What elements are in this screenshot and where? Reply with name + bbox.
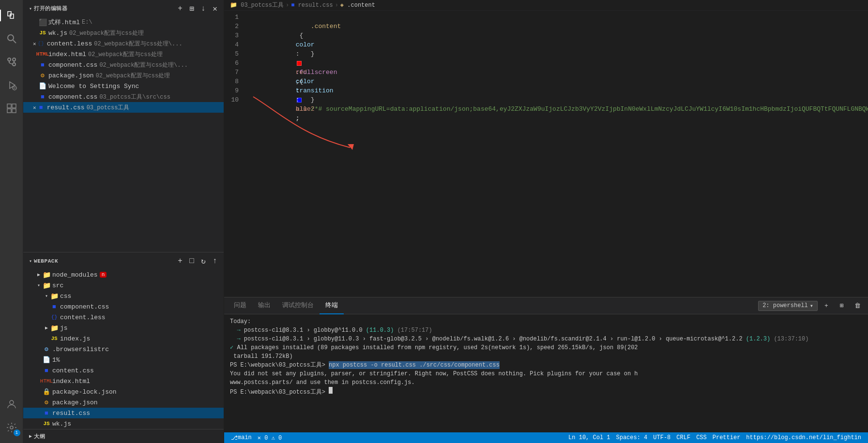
tree-item-package-json[interactable]: ⚙ package.json	[23, 397, 224, 408]
file-label: result.css	[52, 410, 90, 417]
code-line-10[interactable]: /*# sourceMappingURL=data:application/js…	[248, 95, 868, 104]
breadcrumb-selector[interactable]: ◈ .content	[340, 1, 375, 9]
line-num: 3	[224, 31, 244, 40]
settings-icon[interactable]: 1	[0, 416, 23, 439]
status-errors[interactable]: ✕ 0 ⚠ 0	[255, 432, 285, 443]
open-editor-item-active[interactable]: ✕ ■ result.css 03_potcss工具	[23, 102, 224, 113]
new-file-btn[interactable]: +	[175, 4, 185, 14]
tree-item-package-lock[interactable]: 🔒 package-lock.json	[23, 386, 224, 397]
tree-item-1percent[interactable]: 📄 1%	[23, 354, 224, 365]
collapse-webpack-btn[interactable]: ↑	[210, 256, 220, 266]
open-editor-item[interactable]: HTML index.html 02_webpack配置与css处理	[23, 49, 224, 59]
new-folder-webpack-btn[interactable]: □	[187, 256, 197, 266]
spaces-text: Spaces: 4	[616, 434, 648, 441]
file-path: 03_potcss工具\src\css	[99, 93, 170, 101]
svg-line-8	[9, 63, 13, 64]
tree-item-browserslistrc[interactable]: ⚙ .browserslistrc	[23, 344, 224, 354]
code-line-6[interactable]: color : blue ;	[248, 59, 868, 68]
webpack-title: WEBPACK	[34, 258, 58, 264]
open-editor-item[interactable]: JS wk.js 02_webpack配置与css处理	[23, 28, 224, 38]
breadcrumb-file[interactable]: ■ result.css	[291, 2, 333, 9]
open-editor-item[interactable]: 📄 Welcome to Settings Sync	[23, 81, 224, 91]
breadcrumb-folder[interactable]: 📁 03_potcss工具	[230, 1, 284, 9]
code-line-9[interactable]: }	[248, 86, 868, 95]
close-tab-btn[interactable]: ✕	[33, 104, 36, 111]
source-control-icon[interactable]	[0, 50, 23, 74]
close-tab-btn[interactable]: ✕	[33, 41, 36, 47]
tree-item-wk-js[interactable]: JS wk.js	[23, 418, 224, 429]
new-terminal-btn[interactable]: +	[820, 299, 833, 312]
code-line-2[interactable]: color : red ;	[248, 22, 868, 31]
code-line-5[interactable]: :fullscreen {	[248, 49, 868, 59]
status-formatter[interactable]: Prettier	[710, 432, 744, 443]
tab-label: 终端	[325, 301, 338, 310]
code-line-4[interactable]: }	[248, 40, 868, 49]
terminal-line: PS E:\webpack\03_potcss工具>	[230, 387, 862, 397]
svg-rect-15	[12, 109, 16, 113]
file-path: 03_potcss工具	[87, 103, 130, 112]
tree-item-content-less[interactable]: {} content.less	[23, 312, 224, 323]
terminal-shell-selector[interactable]: 2: powershell ▾	[758, 301, 818, 311]
selector-breadcrumb-icon: ◈	[340, 2, 347, 9]
explorer-icon[interactable]	[0, 4, 23, 27]
tree-item-content-css[interactable]: ■ content.css	[23, 365, 224, 376]
extensions-icon[interactable]	[0, 97, 23, 120]
status-eol[interactable]: CRLF	[673, 432, 693, 443]
webpack-section-header[interactable]: ▾ WEBPACK + □ ↻ ↑	[23, 252, 224, 269]
code-editor[interactable]: 1 2 3 4 5 6 7 8 9 10 .content {	[224, 11, 868, 297]
css-icon: ■	[50, 303, 58, 310]
tree-item-component-css[interactable]: ■ component.css	[23, 301, 224, 312]
outline-section: ▶ 大纲	[23, 429, 224, 443]
tree-item-src[interactable]: ▾ 📁 src	[23, 280, 224, 291]
status-language[interactable]: CSS	[693, 432, 710, 443]
status-position[interactable]: Ln 10, Col 1	[565, 432, 613, 443]
warning-text-2: www.postcss.parts/ and use them in postc…	[230, 379, 415, 386]
run-debug-icon[interactable]	[0, 74, 23, 97]
new-file-webpack-btn[interactable]: +	[175, 256, 185, 266]
search-activity-icon[interactable]	[0, 27, 23, 50]
code-line-3[interactable]	[248, 31, 868, 40]
breadcrumb-file-label: result.css	[298, 2, 333, 9]
kill-terminal-btn[interactable]: 🗑	[851, 299, 864, 312]
today-label: Today:	[230, 318, 251, 325]
tree-item-index-js[interactable]: JS index.js	[23, 333, 224, 344]
tab-problems[interactable]: 问题	[228, 297, 252, 314]
open-editor-item[interactable]: ■ component.css 03_potcss工具\src\css	[23, 91, 224, 102]
tree-item-index-html[interactable]: HTML index.html	[23, 376, 224, 386]
split-editor-btn[interactable]: ⊞	[187, 4, 197, 14]
status-branch[interactable]: ⎇ main	[228, 432, 255, 443]
less-file-icon: {}	[37, 40, 45, 47]
status-spaces[interactable]: Spaces: 4	[613, 432, 651, 443]
terminal-line: PS E:\webpack\03_potcss工具> npx postcss -…	[230, 361, 862, 369]
open-editor-item[interactable]: ⬛ 式样.html E:\	[23, 17, 224, 28]
open-editor-item[interactable]: ■ component.css 02_webpack配置与css处理\...	[23, 59, 224, 70]
tab-output[interactable]: 输出	[252, 297, 276, 314]
folder-label: js	[60, 325, 68, 332]
code-line-7[interactable]: transition : all 2 ;	[248, 68, 868, 77]
terminal-content[interactable]: Today: → postcss-cli@8.3.1 › globby@^11.…	[224, 314, 868, 432]
tree-item-result-css[interactable]: ■ result.css	[23, 408, 224, 418]
tree-item-css-folder[interactable]: ▾ 📁 css	[23, 291, 224, 301]
save-all-btn[interactable]: ↓	[198, 4, 208, 14]
outline-header[interactable]: ▶ 大纲	[23, 429, 224, 443]
close-all-btn[interactable]: ✕	[210, 4, 220, 14]
status-encoding[interactable]: UTF-8	[650, 432, 673, 443]
code-line-1[interactable]: .content {	[248, 13, 868, 22]
npm-badge: n	[100, 272, 107, 278]
status-url[interactable]: https://blog.csdn.net/lin_fightin	[743, 432, 864, 443]
file-label: component.css	[60, 303, 109, 310]
split-terminal-btn[interactable]: ⊞	[835, 299, 849, 312]
tab-debug-console[interactable]: 调试控制台	[276, 297, 320, 314]
command-highlight: npx postcss -o result.css ./src/css/comp…	[329, 361, 500, 369]
account-icon[interactable]	[0, 393, 23, 416]
open-editor-item[interactable]: ⚙ package.json 02_webpack配置与css处理	[23, 70, 224, 81]
open-editors-header[interactable]: ▾ 打开的编辑器 + ⊞ ↓ ✕	[23, 0, 224, 17]
code-line-8[interactable]	[248, 77, 868, 86]
open-editor-item[interactable]: ✕ {} content.less 02_webpack配置与css处理\...	[23, 38, 224, 49]
line-num: 5	[224, 49, 244, 59]
tree-item-js-folder[interactable]: ▶ 📁 js	[23, 323, 224, 333]
refresh-webpack-btn[interactable]: ↻	[198, 256, 208, 266]
tab-terminal[interactable]: 终端	[320, 297, 344, 314]
tree-item-node-modules[interactable]: ▶ 📁 node_modules n	[23, 269, 224, 280]
whitespace	[296, 59, 311, 67]
